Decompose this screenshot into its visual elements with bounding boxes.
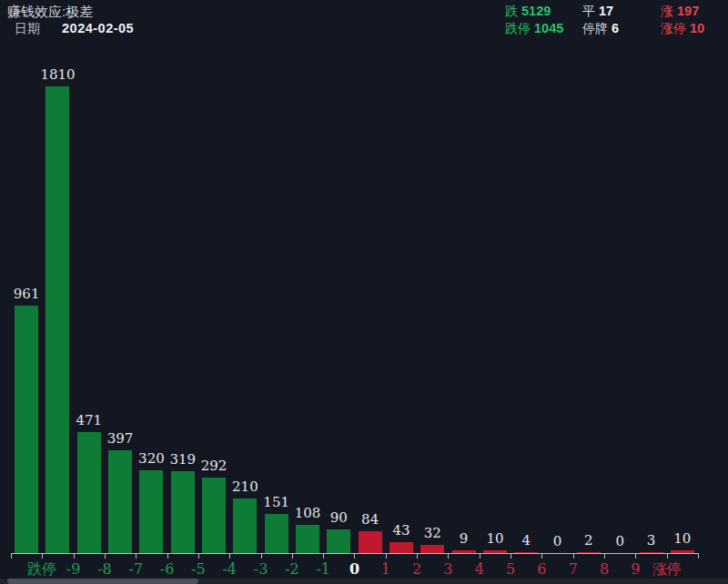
x-axis-tick (105, 553, 106, 559)
histogram-bar (46, 86, 69, 553)
x-axis-tick (354, 553, 355, 559)
horizontal-scrollbar-track[interactable] (0, 579, 728, 584)
histogram-bar (77, 432, 101, 553)
x-axis-label: 涨停 (638, 560, 696, 579)
histogram-bar (577, 552, 601, 553)
x-axis-tick (229, 553, 230, 559)
x-axis-tick (541, 553, 542, 559)
x-axis-tick (167, 553, 168, 559)
histogram-bar (296, 525, 319, 553)
x-axis-tick (198, 553, 199, 559)
bar-value-label: 471 (60, 412, 118, 428)
x-axis-tick (11, 553, 12, 559)
x-axis-tick (635, 553, 636, 559)
x-axis-tick (386, 553, 387, 559)
x-axis-tick (573, 553, 574, 559)
histogram-bar (15, 306, 38, 553)
horizontal-scrollbar-thumb[interactable] (7, 579, 198, 584)
x-axis-tick (698, 553, 699, 559)
x-axis-tick (480, 553, 480, 559)
bar-value-label: 210 (216, 478, 274, 495)
x-axis-tick (261, 553, 262, 559)
x-axis-tick (667, 553, 668, 559)
histogram-bar (514, 552, 538, 553)
x-axis-tick (74, 553, 75, 559)
x-axis-tick (136, 553, 136, 559)
histogram-bar (171, 471, 195, 553)
bar-value-label: 397 (91, 430, 149, 447)
histogram-bar (671, 550, 694, 553)
x-axis-tick (323, 553, 324, 559)
histogram-bar (389, 542, 413, 553)
histogram-bar (139, 470, 163, 553)
bar-value-label: 1810 (28, 66, 86, 83)
bar-value-label: 10 (653, 530, 712, 547)
histogram-bar (452, 550, 476, 553)
x-axis-tick (511, 553, 511, 559)
x-axis-tick (604, 553, 605, 559)
histogram-bar (483, 550, 507, 553)
rise-fall-distribution-chart: 9611810471397320319292210151108908443329… (0, 0, 728, 584)
histogram-bar (327, 529, 350, 553)
x-axis-tick (448, 553, 449, 559)
x-axis-tick (417, 553, 418, 559)
x-axis-tick (42, 553, 43, 559)
bar-value-label: 292 (185, 458, 243, 474)
histogram-bar (640, 552, 663, 553)
x-axis-tick (292, 553, 293, 559)
